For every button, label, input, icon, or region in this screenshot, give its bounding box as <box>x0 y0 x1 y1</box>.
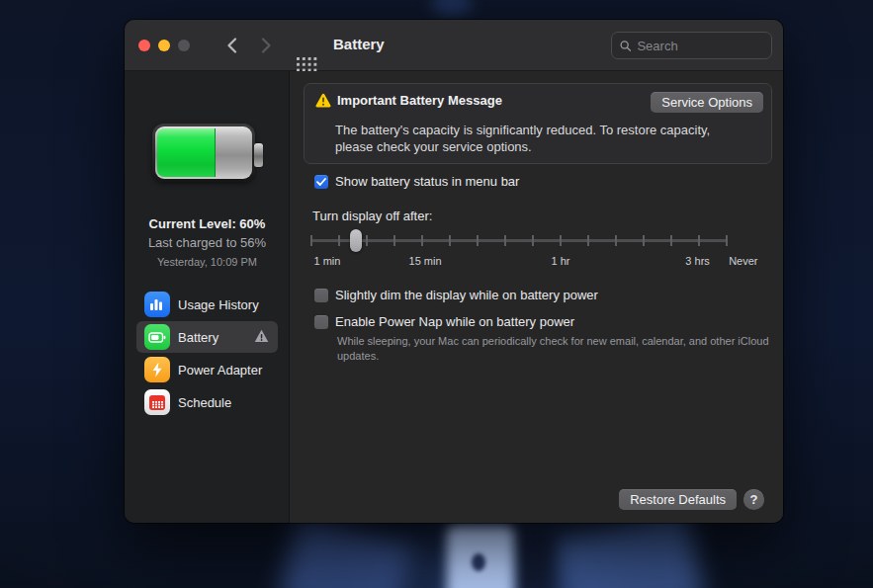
display-off-label: Turn display off after: <box>312 209 432 223</box>
service-options-button[interactable]: Service Options <box>651 92 763 113</box>
last-charged-text: Last charged to 56% <box>125 235 290 250</box>
chevron-right-icon <box>261 38 272 53</box>
current-level-text: Current Level: 60% <box>125 216 290 231</box>
warning-title: Important Battery Message <box>337 93 502 108</box>
sidebar-item-label: Usage History <box>178 297 259 312</box>
checkbox-label: Show battery status in menu bar <box>335 174 519 189</box>
restore-defaults-button[interactable]: Restore Defaults <box>619 489 737 510</box>
back-button[interactable] <box>220 35 242 56</box>
warning-message: The battery's capacity is significantly … <box>335 122 742 155</box>
checkbox-label: Slightly dim the display while on batter… <box>335 288 598 302</box>
schedule-icon <box>144 389 170 415</box>
battery-graphic-body <box>152 124 255 182</box>
battery-graphic-terminal <box>254 143 263 167</box>
slider-tick-label: Never <box>729 255 757 267</box>
slider-tick-label: 15 min <box>409 255 442 267</box>
battery-preferences-window: Battery Current Level: 60% Last charged … <box>125 20 783 523</box>
last-charged-time: Yesterday, 10:09 PM <box>125 256 290 268</box>
sidebar-item-battery[interactable]: Battery <box>136 321 278 353</box>
power-nap-row: Enable Power Nap while on battery power <box>314 314 574 329</box>
power-nap-checkbox[interactable] <box>314 315 328 329</box>
sidebar-item-label: Schedule <box>178 395 231 410</box>
sidebar-item-usage-history[interactable]: Usage History <box>136 289 278 320</box>
traffic-lights <box>138 40 190 51</box>
checkbox-label: Enable Power Nap while on battery power <box>335 314 574 329</box>
checkmark-icon <box>316 178 326 186</box>
search-input[interactable] <box>637 39 763 53</box>
dim-display-row: Slightly dim the display while on batter… <box>314 288 598 302</box>
titlebar[interactable]: Battery <box>125 20 783 71</box>
usage-history-icon <box>144 292 170 317</box>
show-battery-status-row: Show battery status in menu bar <box>314 174 519 189</box>
battery-level-graphic <box>152 122 263 183</box>
sidebar-menu: Usage History Battery <box>136 289 278 419</box>
show-battery-status-checkbox[interactable] <box>314 175 328 189</box>
battery-icon <box>144 324 170 350</box>
power-nap-note: While sleeping, your Mac can periodicall… <box>337 334 774 364</box>
slider-tick-label: 1 hr <box>552 255 570 267</box>
sidebar: Current Level: 60% Last charged to 56% Y… <box>125 71 290 523</box>
battery-pane: Important Battery Message Service Option… <box>290 71 783 523</box>
chevron-left-icon <box>226 38 237 53</box>
slider-track <box>311 239 727 242</box>
slider-tick-labels: 1 min 15 min 1 hr 3 hrs Never <box>311 255 727 269</box>
sidebar-item-label: Battery <box>178 330 218 345</box>
sidebar-item-power-adapter[interactable]: Power Adapter <box>136 354 278 385</box>
slider-thumb[interactable] <box>350 229 362 252</box>
slider-tick-label: 3 hrs <box>685 255 709 267</box>
power-adapter-icon <box>144 357 170 382</box>
sidebar-item-label: Power Adapter <box>178 363 262 378</box>
sidebar-item-schedule[interactable]: Schedule <box>136 386 278 418</box>
help-button[interactable]: ? <box>743 489 764 510</box>
close-button[interactable] <box>138 40 150 51</box>
display-off-slider[interactable] <box>311 228 727 254</box>
window-title: Battery <box>333 36 385 52</box>
warning-triangle-icon <box>315 93 331 108</box>
important-battery-message-box: Important Battery Message Service Option… <box>304 83 772 164</box>
zoom-button-disabled <box>178 40 190 51</box>
slider-tick-label: 1 min <box>314 255 341 267</box>
battery-graphic-fill <box>157 128 216 177</box>
dim-display-checkbox[interactable] <box>314 289 328 302</box>
battery-warning-icon <box>254 329 269 347</box>
minimize-button[interactable] <box>158 40 170 51</box>
search-field[interactable] <box>611 32 772 59</box>
search-icon <box>620 40 631 52</box>
forward-button-disabled <box>255 35 277 56</box>
